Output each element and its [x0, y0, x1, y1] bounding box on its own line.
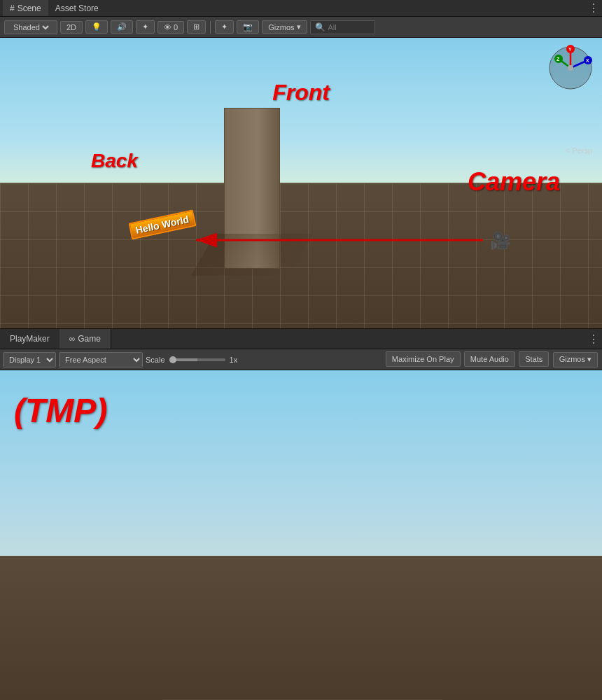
aspect-ratio-selector[interactable]: Free Aspect [59, 352, 143, 368]
scene-search-box[interactable]: 🔍 [310, 20, 375, 34]
game-gizmos-arrow: ▾ [587, 355, 592, 363]
tab-game[interactable]: ∞ Game [59, 329, 111, 349]
tab-asset-store[interactable]: Asset Store [48, 0, 106, 16]
tab-overflow-menu[interactable]: ⋮ [588, 1, 599, 15]
search-icon: 🔍 [315, 22, 326, 32]
scene-front-label: Front [272, 80, 330, 106]
tools-dropdown-button[interactable]: ✦ [215, 20, 234, 34]
gizmos-arrow: ▾ [297, 22, 301, 31]
scene-tab-label: Scene [18, 4, 41, 13]
scale-value: 1x [230, 356, 238, 364]
scene-persp-label: < Persp [566, 146, 592, 155]
light-toggle-button[interactable]: 💡 [85, 20, 108, 34]
toolbar-sep-1 [210, 21, 211, 34]
camera-mode-button[interactable]: 📷 [237, 20, 259, 34]
game-tmp-label: (TMP) [14, 391, 107, 430]
2d-label: 2D [66, 23, 76, 31]
scene-camera-icon: 🎥 [490, 231, 511, 251]
scene-arrow [189, 234, 190, 235]
scene-view: Front Back Camera Hello World 🎥 Y [0, 38, 602, 328]
game-toolbar: Display 1 Free Aspect Scale 1x Maximize … [0, 349, 602, 370]
bottom-tab-bar: PlayMaker ∞ Game ⋮ [0, 328, 602, 349]
display-selector[interactable]: Display 1 [3, 352, 56, 368]
maximize-on-play-button[interactable]: Maximize On Play [386, 351, 461, 367]
svg-point-12 [568, 65, 573, 71]
gizmos-label: Gizmos [268, 23, 294, 31]
tab-scene[interactable]: # Scene [3, 0, 48, 16]
game-toolbar-right: Maximize On Play Mute Audio Stats Gizmos… [386, 351, 599, 368]
visibility-toggle-button[interactable]: 👁 0 [158, 21, 184, 34]
scene-camera-label: Camera [468, 167, 560, 197]
bottom-tab-overflow-menu[interactable]: ⋮ [588, 332, 599, 346]
top-tab-bar: # Scene Asset Store ⋮ [0, 0, 602, 17]
grid-toggle-button[interactable]: ⊞ [187, 20, 206, 34]
scene-back-label: Back [91, 150, 138, 172]
scale-control: Scale 1x [146, 356, 237, 364]
scale-slider[interactable] [169, 358, 225, 361]
shading-mode-dropdown[interactable]: Shaded [4, 20, 57, 34]
shading-mode-select[interactable]: Shaded [10, 22, 51, 32]
stats-button[interactable]: Stats [519, 351, 549, 367]
svg-text:Y: Y [568, 47, 572, 52]
scene-search-input[interactable] [328, 23, 370, 31]
scene-tab-icon: # [10, 4, 15, 13]
game-gizmos-label: Gizmos [559, 355, 585, 363]
mute-audio-button[interactable]: Mute Audio [464, 351, 515, 367]
2d-toggle-button[interactable]: 2D [60, 21, 83, 34]
tab-playmaker[interactable]: PlayMaker [0, 329, 59, 349]
svg-text:Z: Z [556, 57, 560, 62]
game-tab-label: Game [78, 334, 101, 344]
asset-store-tab-label: Asset Store [55, 4, 99, 13]
svg-text:X: X [586, 58, 589, 63]
scene-gizmo: Y X Z [546, 43, 595, 92]
game-view: (TMP) [0, 370, 602, 700]
playmaker-tab-label: PlayMaker [10, 334, 50, 344]
fx-toggle-button[interactable]: ✦ [136, 20, 155, 34]
gizmos-button[interactable]: Gizmos ▾ [262, 20, 307, 34]
scale-label: Scale [146, 356, 165, 364]
scene-toolbar: Shaded 2D 💡 🔊 ✦ 👁 0 ⊞ ✦ 📷 Gizmos ▾ 🔍 [0, 17, 602, 38]
audio-toggle-button[interactable]: 🔊 [111, 20, 133, 34]
game-tab-icon: ∞ [69, 334, 76, 344]
game-gizmos-button[interactable]: Gizmos ▾ [553, 352, 598, 368]
